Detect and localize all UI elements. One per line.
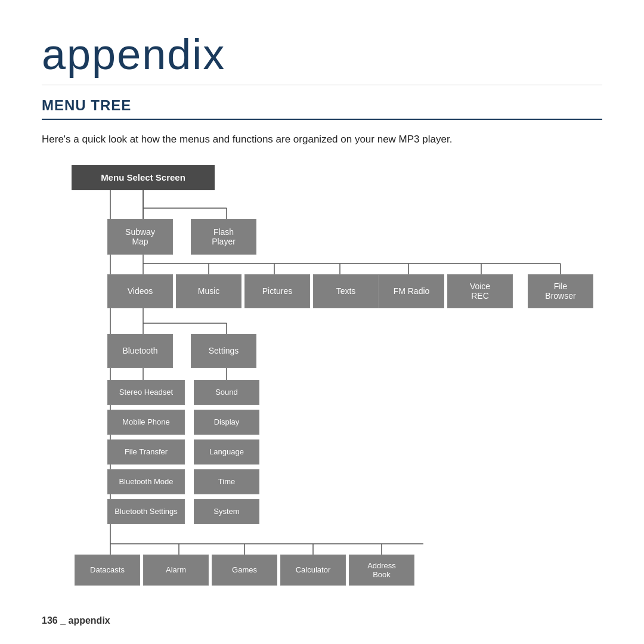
bluetooth-box: Bluetooth	[107, 334, 173, 368]
music-box: Music	[176, 274, 242, 308]
settings-box: Settings	[191, 334, 256, 368]
page-container: appendix MENU TREE Here's a quick look a…	[0, 0, 644, 618]
root-box: Menu Select Screen	[72, 165, 215, 190]
texts-box: Texts	[313, 274, 379, 308]
menu-tree: Menu Select Screen SubwayMap FlashPlayer…	[42, 165, 602, 595]
file-browser-box: FileBrowser	[528, 274, 593, 308]
pictures-box: Pictures	[244, 274, 310, 308]
system-box: System	[194, 499, 259, 524]
sound-box: Sound	[194, 380, 259, 405]
subway-map-box: SubwayMap	[107, 219, 173, 255]
voice-rec-box: VoiceREC	[447, 274, 513, 308]
description: Here's a quick look at how the menus and…	[42, 132, 602, 147]
page-title: appendix	[42, 30, 602, 85]
language-box: Language	[194, 439, 259, 465]
time-box: Time	[194, 469, 259, 494]
videos-box: Videos	[107, 274, 173, 308]
address-book-box: AddressBook	[349, 555, 414, 586]
alarm-box: Alarm	[143, 555, 209, 586]
fm-radio-box: FM Radio	[379, 274, 444, 308]
bluetooth-mode-box: Bluetooth Mode	[107, 469, 185, 494]
calculator-box: Calculator	[280, 555, 346, 586]
games-box: Games	[212, 555, 277, 586]
file-transfer-box: File Transfer	[107, 439, 185, 465]
stereo-headset-box: Stereo Headset	[107, 380, 185, 405]
section-title: MENU TREE	[42, 97, 602, 120]
display-box: Display	[194, 410, 259, 435]
mobile-phone-box: Mobile Phone	[107, 410, 185, 435]
datacasts-box: Datacasts	[75, 555, 140, 586]
flash-player-box: FlashPlayer	[191, 219, 256, 255]
footer: 136 _ appendix	[42, 615, 110, 626]
bluetooth-settings-box: Bluetooth Settings	[107, 499, 185, 524]
